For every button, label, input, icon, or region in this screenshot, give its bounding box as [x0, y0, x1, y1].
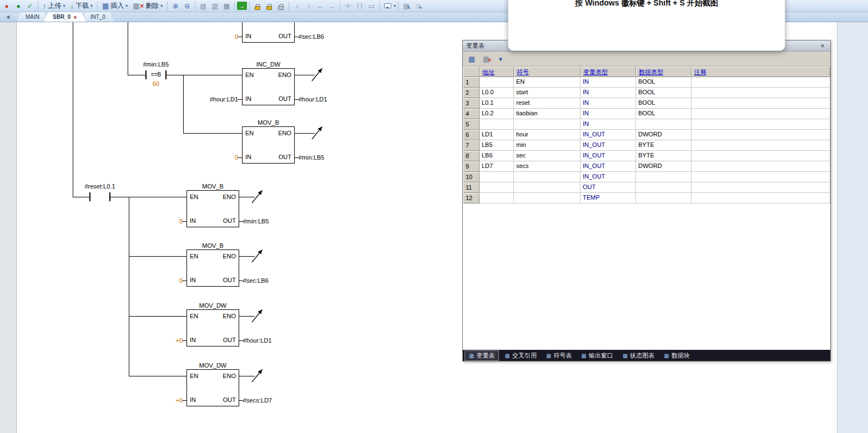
data-type-cell[interactable]: [636, 119, 692, 130]
tab-cross-reference[interactable]: ▦ 交叉引用: [501, 351, 540, 360]
symbol-cell[interactable]: secs: [514, 161, 581, 172]
data-type-cell[interactable]: BYTE: [636, 151, 692, 161]
insert-coil-icon[interactable]: ( ): [354, 1, 365, 11]
plc-block-mov-dw-2[interactable]: MOV_DW EN ENO IN OUT +0 #secs:LD7: [186, 362, 239, 406]
tab-scroll-left-icon[interactable]: ◀: [0, 12, 16, 22]
block-in-value[interactable]: 0: [235, 154, 238, 161]
symbol-cell[interactable]: hour: [514, 130, 581, 140]
tab-status-chart[interactable]: ▦ 状态图表: [619, 351, 658, 360]
var-type-cell[interactable]: IN_OUT: [581, 140, 636, 151]
table-row[interactable]: 11 OUT: [463, 182, 830, 193]
address-cell[interactable]: [480, 119, 514, 130]
view-toggle-icon-2[interactable]: ▥: [209, 1, 220, 11]
close-icon[interactable]: ×: [818, 42, 827, 50]
comment-bubble-icon[interactable]: [382, 1, 393, 11]
block-out-operand[interactable]: #sec:LB6: [243, 277, 269, 284]
address-cell[interactable]: [480, 182, 514, 193]
table-row[interactable]: 9 LD7 secs IN_OUT DWORD: [463, 161, 830, 172]
address-cell[interactable]: [480, 193, 514, 203]
insert-box-icon[interactable]: ▭: [366, 1, 377, 11]
var-type-cell[interactable]: TEMP: [581, 193, 636, 203]
plc-block-mov-b-1[interactable]: MOV_B EN ENO IN OUT 0 #min:LB5: [242, 119, 295, 164]
data-type-cell[interactable]: BOOL: [636, 77, 692, 88]
data-type-cell[interactable]: [636, 182, 692, 193]
upload-button[interactable]: ↑ 上传 ▾: [41, 1, 68, 12]
tab-int0[interactable]: INT_0: [82, 12, 114, 22]
row-number-cell[interactable]: 5: [463, 119, 480, 130]
row-number-cell[interactable]: 9: [463, 161, 480, 172]
row-number-cell[interactable]: 11: [463, 182, 480, 193]
line-left-icon[interactable]: ←: [315, 1, 326, 11]
header-address[interactable]: 地址: [480, 67, 514, 77]
insert-contact-icon[interactable]: ⊣⊢: [342, 1, 354, 11]
var-type-cell[interactable]: OUT: [581, 182, 636, 193]
plc-block-partial[interactable]: IN OUT 0 #sec:LB6: [242, 22, 295, 43]
data-type-cell[interactable]: DWORD: [636, 130, 692, 140]
var-type-cell[interactable]: IN_OUT: [581, 161, 636, 172]
delete-button[interactable]: ▦× 删除 ▾: [130, 1, 165, 12]
block-out-operand[interactable]: #min:LB5: [299, 154, 324, 161]
comment-cell[interactable]: [692, 151, 830, 161]
address-cell[interactable]: L0.1: [480, 98, 514, 109]
symbol-cell[interactable]: reset: [514, 98, 581, 109]
symbol-cell[interactable]: [514, 119, 581, 130]
run-icon[interactable]: ●: [13, 1, 24, 11]
comment-cell[interactable]: [692, 182, 830, 193]
var-type-cell[interactable]: IN: [581, 98, 636, 109]
block-in-value[interactable]: 0: [179, 218, 183, 225]
tab-output-window[interactable]: ▦ 输出窗口: [577, 351, 617, 360]
plc-block-inc-dw[interactable]: INC_DW EN ENO IN OUT #hour:LD1 #hour:LD1: [242, 61, 295, 105]
insert-row-icon[interactable]: ▦: [466, 54, 477, 64]
tab-data-block[interactable]: ▦ 数据块: [660, 351, 693, 360]
snip-notification-popup[interactable]: 按 Windows 徽标键 + Shift + S 开始截图: [508, 0, 785, 51]
symbol-cell[interactable]: tiaobian: [514, 109, 581, 119]
block-out-operand[interactable]: #hour:LD1: [299, 96, 327, 103]
row-number-cell[interactable]: 4: [463, 109, 480, 119]
zoom-out-icon[interactable]: ⊖: [181, 1, 193, 11]
var-type-cell[interactable]: IN: [581, 109, 636, 119]
download-button[interactable]: ↓ 下载 ▾: [68, 1, 95, 12]
lock-icon-1[interactable]: [252, 1, 263, 11]
table-row[interactable]: 3 L0.1 reset IN BOOL: [463, 98, 830, 109]
block-in-value[interactable]: 0: [235, 33, 238, 40]
header-comment[interactable]: 注释: [692, 67, 830, 77]
table-row[interactable]: 12 TEMP: [463, 193, 830, 203]
comment-cell[interactable]: [692, 140, 830, 151]
comment-cell[interactable]: [692, 130, 830, 140]
comment-cell[interactable]: [692, 161, 830, 172]
row-number-cell[interactable]: 12: [463, 193, 480, 203]
address-cell[interactable]: LB5: [480, 140, 514, 151]
symbol-cell[interactable]: EN: [514, 77, 581, 88]
data-type-cell[interactable]: BYTE: [636, 140, 692, 151]
comment-caret-icon[interactable]: ▾: [393, 3, 396, 8]
header-symbol[interactable]: 符号: [514, 67, 581, 77]
plc-block-mov-b-3[interactable]: MOV_B EN ENO IN OUT 0 #sec:LB6: [186, 242, 239, 287]
symbol-cell[interactable]: [514, 172, 581, 182]
lock-icon-2[interactable]: [264, 1, 275, 11]
block-out-operand[interactable]: #min:LB5: [243, 218, 269, 225]
delete-row-icon[interactable]: ▦×: [481, 54, 492, 64]
header-var-type[interactable]: 变量类型: [581, 67, 636, 77]
lock-icon-3[interactable]: [275, 1, 286, 11]
view-toggle-icon-1[interactable]: ▤: [198, 1, 209, 11]
block-out-operand[interactable]: #hour:LD1: [243, 337, 271, 344]
zoom-in-icon[interactable]: ⊕: [170, 1, 181, 11]
table-row[interactable]: 8 LB6 sec IN_OUT BYTE: [463, 151, 830, 161]
comment-cell[interactable]: [692, 98, 830, 109]
var-type-cell[interactable]: IN: [581, 77, 636, 88]
filter-icon[interactable]: ▾: [495, 54, 506, 64]
edit-page-icon[interactable]: □✎: [412, 1, 423, 11]
symbol-cell[interactable]: [514, 182, 581, 193]
compare-contact-min[interactable]: #min:LB5 ==B 60: [137, 61, 175, 87]
address-cell[interactable]: L0.2: [480, 109, 514, 119]
address-cell[interactable]: L0.0: [480, 88, 514, 98]
tab-symbol-table[interactable]: ▦ 符号表: [542, 351, 576, 360]
data-type-cell[interactable]: [636, 193, 692, 203]
tab-main[interactable]: MAIN: [17, 12, 48, 22]
row-number-cell[interactable]: 1: [463, 77, 480, 88]
data-type-cell[interactable]: BOOL: [636, 88, 692, 98]
tab-sbr0[interactable]: SBR_0 ×: [44, 12, 86, 22]
data-type-cell[interactable]: BOOL: [636, 109, 692, 119]
edit-table-icon[interactable]: ▤✎: [401, 1, 412, 11]
table-row[interactable]: 5 IN: [463, 119, 830, 130]
